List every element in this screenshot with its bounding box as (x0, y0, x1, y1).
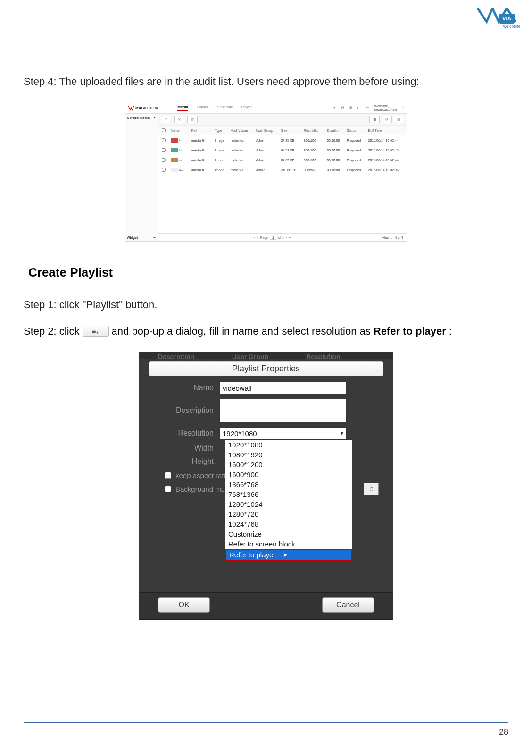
col-duration[interactable]: Duration (325, 126, 345, 135)
tab-media[interactable]: Media (177, 105, 188, 111)
pager-current-input[interactable] (270, 235, 276, 240)
description-label: Description (144, 406, 219, 415)
cancel-button[interactable]: Cancel (322, 597, 374, 613)
description-textarea[interactable] (219, 399, 347, 422)
gear-icon[interactable]: ⚙ (341, 106, 344, 110)
table-row[interactable]: .../media fil...Imagerachelxu...Admin81.… (158, 155, 407, 165)
toolbar-approve-button[interactable]: ✓ (161, 116, 171, 123)
step4-text: Step 4: The uploaded files are in the au… (24, 76, 508, 88)
col-path[interactable]: Path (190, 126, 213, 135)
col-status[interactable]: Status (345, 126, 366, 135)
magicview-screenshot: MAGIC VIEW Media Playlist Schedule Playe… (125, 102, 407, 242)
thumbnail-icon (171, 148, 178, 152)
section-create-playlist: Create Playlist (28, 265, 508, 280)
svg-text:VIA: VIA (502, 16, 511, 21)
page-number: 28 (499, 727, 508, 737)
screen-icon[interactable]: ▭ (366, 106, 370, 110)
pager-prev-icon[interactable]: ‹ (257, 236, 258, 239)
col-type[interactable]: Type (213, 126, 229, 135)
keep-aspect-ratio-checkbox[interactable] (165, 472, 171, 479)
tab-playlist[interactable]: Playlist (197, 105, 208, 111)
resolution-option[interactable]: 1600*1200 (225, 460, 352, 470)
page-footer: 28 (24, 722, 508, 737)
resolution-option[interactable]: Refer to screen block (225, 539, 352, 549)
pager-label: Page (260, 236, 268, 239)
pager-next-icon[interactable]: › (286, 236, 287, 239)
toolbar-delete-button[interactable]: 🗑 (187, 116, 198, 123)
col-name[interactable]: Name (169, 126, 190, 135)
pager-first-icon[interactable]: « (253, 236, 255, 239)
resolution-option[interactable]: 1366*768 (225, 479, 352, 489)
logout-icon[interactable]: ⍈ (402, 106, 404, 110)
col-resolution[interactable]: Resolution (302, 126, 325, 135)
row-checkbox[interactable] (162, 168, 166, 172)
ok-button[interactable]: OK (158, 597, 210, 613)
table-row[interactable]: B.../media fil...Imagerachelxu...Admin27… (158, 135, 407, 145)
playlist-properties-dialog: Description User Group Resolution Playli… (139, 352, 393, 620)
pager-last-icon[interactable]: » (289, 236, 291, 239)
dialog-title: Playlist Properties (149, 361, 383, 376)
bg-tab-description: Description (158, 353, 194, 359)
resolution-label: Resolution (144, 429, 219, 437)
cursor-icon: ➤ (283, 552, 288, 558)
resolution-select[interactable]: 1920*1080 ▾ (219, 427, 347, 439)
sidebar-widget[interactable]: Widget▸ (127, 235, 156, 239)
table-row[interactable]: S.../media fil...Imagerachelxu...Admin69… (158, 145, 407, 155)
pager-view-text: View 1 - 4 of 4 (382, 236, 403, 239)
resolution-option[interactable]: 768*1366 (225, 489, 352, 499)
resolution-option[interactable]: 1024*768 (225, 519, 352, 529)
bg-tab-usergroup: User Group (232, 353, 268, 359)
pager-total: of 1 (278, 236, 284, 239)
resolution-option[interactable]: Refer to player➤ (225, 549, 352, 561)
row-checkbox[interactable] (162, 138, 166, 142)
resolution-option[interactable]: 1600*900 (225, 470, 352, 479)
resolution-option[interactable]: 1280*720 (225, 509, 352, 519)
chart-icon[interactable]: ⫍ (357, 106, 361, 110)
toolbar-grid-icon[interactable]: ▦ (394, 116, 404, 123)
row-checkbox[interactable] (162, 158, 166, 162)
table-row[interactable]: s.../media fil...Imagerachelxu...Admin21… (158, 165, 407, 175)
chevron-right-icon: ▸ (154, 235, 156, 239)
pager: « ‹ Page of 1 › » (253, 235, 291, 240)
bg-tab-resolution: Resolution (306, 353, 340, 359)
col-size[interactable]: Size (279, 126, 302, 135)
resolution-option[interactable]: 1280*1024 (225, 499, 352, 509)
tab-schedule[interactable]: Schedule (217, 105, 233, 111)
chevron-down-icon: ▾ (341, 430, 343, 437)
background-music-checkbox[interactable] (165, 486, 171, 492)
height-label: Height (144, 457, 219, 466)
sidebar-general-media[interactable]: General Media▾ (127, 116, 156, 119)
select-all-checkbox[interactable] (162, 128, 166, 132)
step2-text: Step 2: click ≡₊ and pop-up a dialog, fi… (24, 325, 508, 337)
music-note-icon[interactable]: ♫ (364, 483, 379, 495)
toolbar-refresh-icon[interactable]: ⟳ (382, 116, 392, 123)
chevron-down-icon: ▾ (154, 116, 156, 119)
app-logo: MAGIC VIEW (128, 105, 158, 111)
resolution-dropdown: 1920*10801080*19201600*12001600*9001366*… (225, 439, 352, 561)
resolution-option[interactable]: Customize (225, 529, 352, 539)
col-user-group[interactable]: User Group (254, 126, 279, 135)
col-modify-user[interactable]: Modify User (228, 126, 254, 135)
keep-aspect-ratio-label: keep aspect ratio (175, 471, 229, 479)
resolution-option[interactable]: 1920*1080 (225, 440, 352, 450)
thumbnail-icon (171, 138, 178, 143)
via-logo: VIA we connect (475, 5, 520, 28)
name-input[interactable] (219, 382, 347, 394)
svg-text:we connect: we connect (503, 24, 520, 29)
step1-text: Step 1: click "Playlist" button. (24, 299, 508, 311)
link-icon[interactable]: ⚭ (333, 106, 336, 110)
trash-icon[interactable]: 🗑 (349, 106, 353, 110)
width-label: Width (144, 444, 219, 453)
toolbar-list-icon[interactable]: ≣ (369, 116, 380, 123)
welcome-text: Welcome, rachelxu@viate (374, 104, 397, 111)
name-label: Name (144, 384, 219, 392)
resolution-option[interactable]: 1080*1920 (225, 450, 352, 460)
toolbar-reject-button[interactable]: ✕ (174, 116, 184, 123)
add-playlist-icon[interactable]: ≡₊ (83, 326, 109, 337)
thumbnail-icon (171, 158, 178, 162)
thumbnail-icon (171, 168, 178, 172)
media-table: Name Path Type Modify User User Group Si… (158, 126, 407, 233)
col-edit-time[interactable]: Edit Time (366, 126, 407, 135)
row-checkbox[interactable] (162, 148, 166, 152)
tab-player[interactable]: Player (241, 105, 252, 111)
